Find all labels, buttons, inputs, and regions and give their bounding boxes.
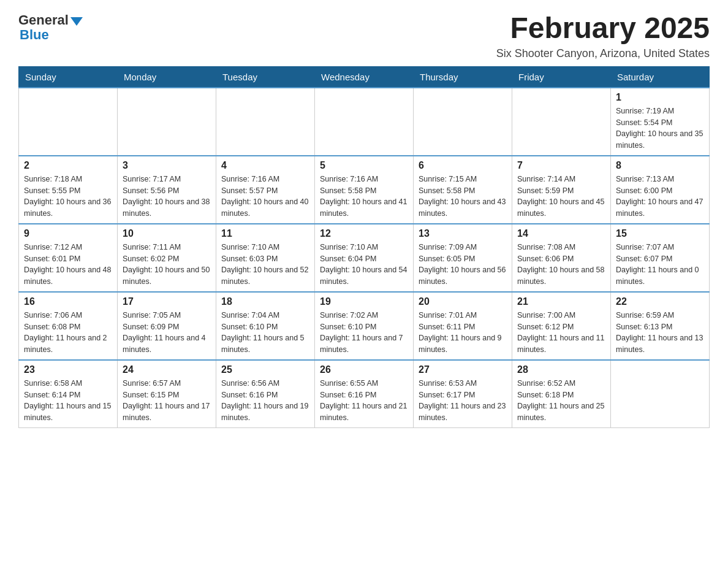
day-number: 12 [320, 228, 408, 239]
day-info: Sunrise: 7:16 AMSunset: 5:57 PMDaylight:… [221, 174, 309, 220]
calendar-cell: 6Sunrise: 7:15 AMSunset: 5:58 PMDaylight… [414, 156, 512, 224]
day-number: 20 [419, 296, 507, 307]
calendar-week-row: 16Sunrise: 7:06 AMSunset: 6:08 PMDayligh… [19, 292, 710, 360]
day-number: 7 [517, 160, 605, 171]
calendar-cell: 7Sunrise: 7:14 AMSunset: 5:59 PMDaylight… [512, 156, 611, 224]
calendar-cell [414, 88, 512, 156]
calendar-cell: 28Sunrise: 6:52 AMSunset: 6:18 PMDayligh… [512, 360, 611, 428]
calendar-header-friday: Friday [512, 66, 611, 88]
day-info: Sunrise: 7:11 AMSunset: 6:02 PMDaylight:… [123, 242, 211, 288]
calendar-cell: 19Sunrise: 7:02 AMSunset: 6:10 PMDayligh… [315, 292, 414, 360]
day-info: Sunrise: 7:10 AMSunset: 6:04 PMDaylight:… [320, 242, 408, 288]
day-info: Sunrise: 6:59 AMSunset: 6:13 PMDaylight:… [616, 310, 704, 356]
day-info: Sunrise: 7:06 AMSunset: 6:08 PMDaylight:… [24, 310, 112, 356]
calendar-cell [19, 88, 118, 156]
day-info: Sunrise: 7:00 AMSunset: 6:12 PMDaylight:… [517, 310, 605, 356]
logo: General Blue [18, 12, 83, 43]
day-number: 9 [24, 228, 112, 239]
calendar-cell: 11Sunrise: 7:10 AMSunset: 6:03 PMDayligh… [216, 224, 315, 292]
calendar-cell: 26Sunrise: 6:55 AMSunset: 6:16 PMDayligh… [315, 360, 414, 428]
title-section: February 2025 Six Shooter Canyon, Arizon… [496, 12, 710, 60]
day-info: Sunrise: 7:09 AMSunset: 6:05 PMDaylight:… [419, 242, 507, 288]
calendar-cell [611, 360, 710, 428]
calendar-week-row: 23Sunrise: 6:58 AMSunset: 6:14 PMDayligh… [19, 360, 710, 428]
day-info: Sunrise: 7:12 AMSunset: 6:01 PMDaylight:… [24, 242, 112, 288]
logo-general-text: General [18, 12, 69, 28]
day-number: 15 [616, 228, 704, 239]
calendar-cell: 21Sunrise: 7:00 AMSunset: 6:12 PMDayligh… [512, 292, 611, 360]
logo-arrow-icon [70, 17, 83, 26]
day-number: 1 [616, 92, 704, 103]
calendar-table: SundayMondayTuesdayWednesdayThursdayFrid… [18, 66, 710, 428]
day-number: 6 [419, 160, 507, 171]
day-info: Sunrise: 7:16 AMSunset: 5:58 PMDaylight:… [320, 174, 408, 220]
calendar-cell: 9Sunrise: 7:12 AMSunset: 6:01 PMDaylight… [19, 224, 118, 292]
day-number: 24 [123, 364, 211, 375]
calendar-header-tuesday: Tuesday [216, 66, 315, 88]
calendar-cell: 23Sunrise: 6:58 AMSunset: 6:14 PMDayligh… [19, 360, 118, 428]
day-number: 3 [123, 160, 211, 171]
calendar-cell: 25Sunrise: 6:56 AMSunset: 6:16 PMDayligh… [216, 360, 315, 428]
day-info: Sunrise: 7:07 AMSunset: 6:07 PMDaylight:… [616, 242, 704, 288]
page-header: General Blue February 2025 Six Shooter C… [18, 12, 710, 60]
calendar-cell: 13Sunrise: 7:09 AMSunset: 6:05 PMDayligh… [414, 224, 512, 292]
calendar-header-monday: Monday [118, 66, 216, 88]
day-number: 21 [517, 296, 605, 307]
day-info: Sunrise: 6:52 AMSunset: 6:18 PMDaylight:… [517, 378, 605, 424]
day-number: 28 [517, 364, 605, 375]
calendar-cell: 4Sunrise: 7:16 AMSunset: 5:57 PMDaylight… [216, 156, 315, 224]
day-info: Sunrise: 6:57 AMSunset: 6:15 PMDaylight:… [123, 378, 211, 424]
day-number: 16 [24, 296, 112, 307]
calendar-cell: 20Sunrise: 7:01 AMSunset: 6:11 PMDayligh… [414, 292, 512, 360]
calendar-cell: 8Sunrise: 7:13 AMSunset: 6:00 PMDaylight… [611, 156, 710, 224]
day-number: 13 [419, 228, 507, 239]
day-number: 14 [517, 228, 605, 239]
day-number: 2 [24, 160, 112, 171]
calendar-header-row: SundayMondayTuesdayWednesdayThursdayFrid… [19, 66, 710, 88]
day-number: 4 [221, 160, 309, 171]
day-number: 18 [221, 296, 309, 307]
calendar-cell: 1Sunrise: 7:19 AMSunset: 5:54 PMDaylight… [611, 88, 710, 156]
calendar-cell: 5Sunrise: 7:16 AMSunset: 5:58 PMDaylight… [315, 156, 414, 224]
calendar-header-wednesday: Wednesday [315, 66, 414, 88]
calendar-header-thursday: Thursday [414, 66, 512, 88]
calendar-cell [118, 88, 216, 156]
day-info: Sunrise: 6:58 AMSunset: 6:14 PMDaylight:… [24, 378, 112, 424]
calendar-week-row: 2Sunrise: 7:18 AMSunset: 5:55 PMDaylight… [19, 156, 710, 224]
calendar-cell [315, 88, 414, 156]
location: Six Shooter Canyon, Arizona, United Stat… [496, 47, 710, 60]
calendar-cell: 2Sunrise: 7:18 AMSunset: 5:55 PMDaylight… [19, 156, 118, 224]
day-number: 26 [320, 364, 408, 375]
day-info: Sunrise: 7:01 AMSunset: 6:11 PMDaylight:… [419, 310, 507, 356]
day-info: Sunrise: 7:17 AMSunset: 5:56 PMDaylight:… [123, 174, 211, 220]
logo-blue-text: Blue [18, 27, 49, 43]
day-number: 25 [221, 364, 309, 375]
day-number: 17 [123, 296, 211, 307]
day-number: 23 [24, 364, 112, 375]
calendar-cell [512, 88, 611, 156]
calendar-header-saturday: Saturday [611, 66, 710, 88]
day-info: Sunrise: 6:55 AMSunset: 6:16 PMDaylight:… [320, 378, 408, 424]
day-number: 5 [320, 160, 408, 171]
calendar-week-row: 1Sunrise: 7:19 AMSunset: 5:54 PMDaylight… [19, 88, 710, 156]
day-info: Sunrise: 7:02 AMSunset: 6:10 PMDaylight:… [320, 310, 408, 356]
day-info: Sunrise: 7:13 AMSunset: 6:00 PMDaylight:… [616, 174, 704, 220]
day-info: Sunrise: 7:14 AMSunset: 5:59 PMDaylight:… [517, 174, 605, 220]
day-info: Sunrise: 6:53 AMSunset: 6:17 PMDaylight:… [419, 378, 507, 424]
day-info: Sunrise: 7:08 AMSunset: 6:06 PMDaylight:… [517, 242, 605, 288]
calendar-cell: 16Sunrise: 7:06 AMSunset: 6:08 PMDayligh… [19, 292, 118, 360]
month-title: February 2025 [496, 12, 710, 45]
day-info: Sunrise: 6:56 AMSunset: 6:16 PMDaylight:… [221, 378, 309, 424]
day-info: Sunrise: 7:04 AMSunset: 6:10 PMDaylight:… [221, 310, 309, 356]
calendar-cell: 3Sunrise: 7:17 AMSunset: 5:56 PMDaylight… [118, 156, 216, 224]
calendar-header-sunday: Sunday [19, 66, 118, 88]
day-number: 22 [616, 296, 704, 307]
calendar-cell [216, 88, 315, 156]
day-info: Sunrise: 7:05 AMSunset: 6:09 PMDaylight:… [123, 310, 211, 356]
day-number: 11 [221, 228, 309, 239]
day-info: Sunrise: 7:15 AMSunset: 5:58 PMDaylight:… [419, 174, 507, 220]
calendar-cell: 22Sunrise: 6:59 AMSunset: 6:13 PMDayligh… [611, 292, 710, 360]
day-number: 19 [320, 296, 408, 307]
calendar-cell: 18Sunrise: 7:04 AMSunset: 6:10 PMDayligh… [216, 292, 315, 360]
calendar-cell: 10Sunrise: 7:11 AMSunset: 6:02 PMDayligh… [118, 224, 216, 292]
